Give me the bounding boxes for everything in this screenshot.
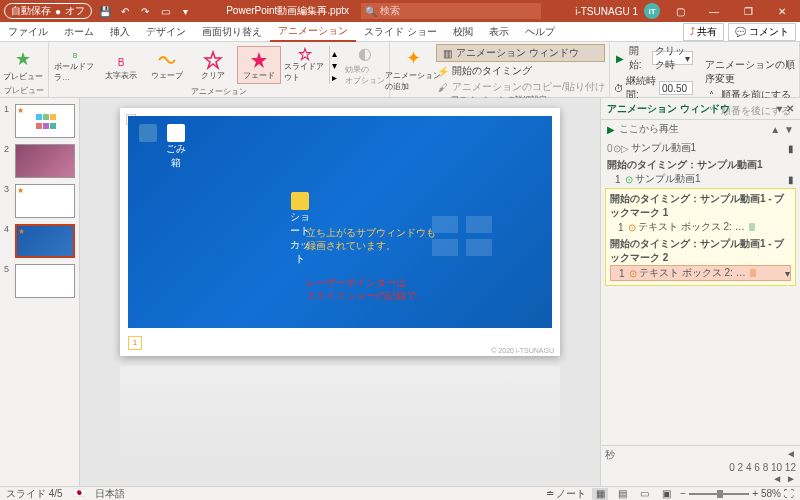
timeline-zoom-right[interactable]: ► bbox=[786, 473, 796, 484]
zoom-control[interactable]: −+58%⛶ bbox=[680, 488, 794, 499]
thumb-5[interactable]: 5 bbox=[4, 264, 75, 298]
anim-item-2[interactable]: 1⊙テキスト ボックス 2: … bbox=[610, 220, 791, 234]
animation-pane-button[interactable]: ▥アニメーション ウィンドウ bbox=[436, 44, 605, 62]
normal-view-icon[interactable]: ▦ bbox=[592, 488, 608, 500]
move-later-button[interactable]: ˅順番を後にする bbox=[705, 104, 795, 118]
presentation-icon[interactable]: ▭ bbox=[158, 4, 172, 18]
windows-logo bbox=[432, 216, 492, 256]
zoom-in-icon[interactable]: + bbox=[752, 488, 758, 499]
search-box[interactable]: 🔍 検索 bbox=[361, 3, 541, 19]
preview-button[interactable]: ★プレビュー bbox=[4, 48, 42, 82]
notes-button[interactable]: ≐ ノート bbox=[546, 487, 587, 501]
item-menu-icon[interactable]: ▾ bbox=[785, 268, 790, 279]
slide-editor[interactable]: 0 ごみ箱 ショートカット 立ち上がるサブウィンドウも録画されています。 レーザ… bbox=[80, 98, 600, 486]
slide-text-2: レーザーポインターはスライドショーの記録で。 bbox=[306, 276, 426, 302]
reorder-label: アニメーションの順序変更 bbox=[705, 58, 795, 86]
gallery-scroll[interactable]: ▴▾▸ bbox=[329, 46, 341, 84]
anim-item-3-selected[interactable]: 1⊙テキスト ボックス 2: …▾ bbox=[610, 265, 791, 281]
tab-home[interactable]: ホーム bbox=[56, 22, 102, 42]
anim-highlight-group: 開始のタイミング：サンプル動画1 - ブックマーク 11⊙テキスト ボックス 2… bbox=[605, 188, 796, 286]
anim-clear[interactable]: クリア bbox=[191, 46, 235, 84]
minimize-icon[interactable]: ― bbox=[700, 0, 728, 22]
group-animation-label: アニメーション bbox=[53, 86, 385, 96]
svg-marker-2 bbox=[205, 52, 221, 68]
close-icon[interactable]: ✕ bbox=[768, 0, 796, 22]
sorter-view-icon[interactable]: ▤ bbox=[614, 488, 630, 500]
anim-wave[interactable]: ウェーブ bbox=[145, 46, 189, 84]
tab-view[interactable]: 表示 bbox=[481, 22, 517, 42]
anim-slideout[interactable]: スライドアウト bbox=[283, 46, 327, 84]
move-down-icon[interactable]: ▼ bbox=[784, 124, 794, 135]
qat-more-icon[interactable]: ▾ bbox=[178, 4, 192, 18]
anim-boldflash[interactable]: Bボールドフラ… bbox=[53, 46, 97, 84]
animation-painter-button[interactable]: 🖌アニメーションのコピー/貼り付け bbox=[436, 80, 605, 94]
anim-item-1[interactable]: 1⊙サンプル動画1▮ bbox=[607, 172, 794, 186]
caption-marker: 1 bbox=[128, 336, 142, 350]
move-up-icon[interactable]: ▲ bbox=[770, 124, 780, 135]
zoom-out-icon[interactable]: − bbox=[680, 488, 686, 499]
add-animation-icon: ✦ bbox=[406, 47, 421, 69]
pane-icon: ▥ bbox=[440, 48, 454, 59]
effect-options-button: ◐効果の オプション bbox=[345, 44, 385, 86]
play-icon[interactable]: ▶ bbox=[607, 124, 615, 135]
anim-group-3: 開始のタイミング：サンプル動画1 - ブックマーク 21⊙テキスト ボックス 2… bbox=[608, 236, 793, 282]
timeline-zoom-left[interactable]: ◄ bbox=[772, 473, 782, 484]
svg-marker-4 bbox=[299, 48, 310, 59]
undo-icon[interactable]: ↶ bbox=[118, 4, 132, 18]
share-button[interactable]: ⤴共有 bbox=[683, 23, 724, 41]
zoom-slider[interactable] bbox=[689, 493, 749, 495]
autosave-toggle[interactable]: 自動保存●オフ bbox=[4, 3, 92, 19]
caption: 1操作中のPC画面です。 bbox=[128, 335, 259, 350]
maximize-icon[interactable]: ❐ bbox=[734, 0, 762, 22]
tab-animations[interactable]: アニメーション bbox=[270, 22, 356, 42]
anim-group-1: 開始のタイミング：サンプル動画11⊙サンプル動画1▮ bbox=[605, 157, 796, 187]
play-from-button[interactable]: ここから再生 bbox=[619, 122, 679, 136]
anim-indicator-icon: ★ bbox=[18, 227, 25, 236]
tab-help[interactable]: ヘルプ bbox=[517, 22, 563, 42]
add-animation-button[interactable]: ✦アニメーション の追加 bbox=[394, 47, 432, 92]
animation-gallery[interactable]: Bボールドフラ… B太字表示 ウェーブ クリア フェード スライドアウト ▴▾▸ bbox=[53, 46, 341, 84]
redo-icon[interactable]: ↷ bbox=[138, 4, 152, 18]
thumb-2[interactable]: 2 bbox=[4, 144, 75, 178]
group-preview-label: プレビュー bbox=[4, 85, 44, 95]
tab-file[interactable]: ファイル bbox=[0, 22, 56, 42]
language[interactable]: 日本語 bbox=[95, 487, 125, 501]
tab-design[interactable]: デザイン bbox=[138, 22, 194, 42]
anim-item-0[interactable]: 0⊙▷サンプル動画1▮ bbox=[605, 140, 796, 156]
anim-indicator-icon: ★ bbox=[17, 186, 24, 195]
slide-canvas[interactable]: 0 ごみ箱 ショートカット 立ち上がるサブウィンドウも録画されています。 レーザ… bbox=[120, 108, 560, 356]
fit-icon[interactable]: ⛶ bbox=[784, 488, 794, 499]
zoom-level[interactable]: 58% bbox=[761, 488, 781, 499]
tab-slideshow[interactable]: スライド ショー bbox=[356, 22, 445, 42]
reading-view-icon[interactable]: ▭ bbox=[636, 488, 652, 500]
anim-bold[interactable]: B太字表示 bbox=[99, 46, 143, 84]
tab-review[interactable]: 校閲 bbox=[445, 22, 481, 42]
start-select[interactable]: クリック時▾ bbox=[652, 51, 693, 65]
ribbon-options-icon[interactable]: ▢ bbox=[666, 0, 694, 22]
spellcheck-icon[interactable]: 🇯🇵 bbox=[73, 487, 85, 501]
avatar[interactable]: iT bbox=[644, 3, 660, 19]
svg-text:B: B bbox=[118, 57, 125, 68]
thumb-3[interactable]: 3★ bbox=[4, 184, 75, 218]
star-icon: ⊙ bbox=[625, 174, 633, 185]
slideshow-view-icon[interactable]: ▣ bbox=[658, 488, 674, 500]
thumb-1[interactable]: 1★ bbox=[4, 104, 75, 138]
anim-fade[interactable]: フェード bbox=[237, 46, 281, 84]
duration-spinner[interactable]: 00.50 bbox=[659, 81, 693, 95]
timeline-scroll-left[interactable]: ◄ bbox=[786, 448, 796, 462]
username[interactable]: i-TSUNAGU 1 bbox=[575, 6, 638, 17]
main-area: 1★ 2 3★ 4★ 5 0 ごみ箱 ショートカット 立ち上がるサブウィンドウも… bbox=[0, 98, 800, 486]
slide-reflection bbox=[120, 366, 560, 466]
tab-transitions[interactable]: 画面切り替え bbox=[194, 22, 270, 42]
save-icon[interactable]: 💾 bbox=[98, 4, 112, 18]
onclick-icon: 0⊙▷ bbox=[607, 143, 629, 154]
slide-copyright: © 2020 i-TSUNAGU bbox=[491, 347, 554, 354]
effect-options-icon: ◐ bbox=[358, 44, 372, 63]
comments-button[interactable]: 💬 コメント bbox=[728, 23, 796, 41]
duration-icon: ⏱ bbox=[614, 83, 624, 94]
trigger-button[interactable]: ⚡開始のタイミング bbox=[436, 64, 605, 78]
tab-insert[interactable]: 挿入 bbox=[102, 22, 138, 42]
desktop-icon-pc bbox=[136, 124, 160, 142]
thumb-4[interactable]: 4★ bbox=[4, 224, 75, 258]
slide-counter[interactable]: スライド 4/5 bbox=[6, 487, 63, 501]
